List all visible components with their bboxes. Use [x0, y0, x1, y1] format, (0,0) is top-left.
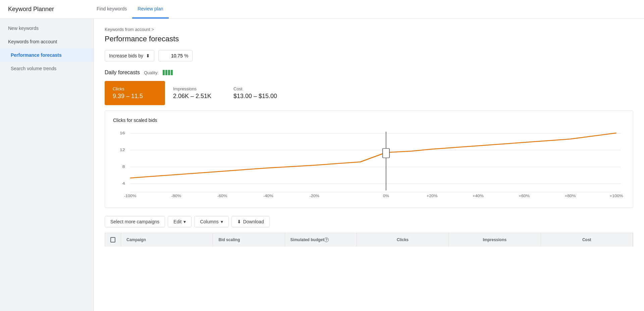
- svg-text:16: 16: [120, 131, 125, 135]
- layout: New keywords Keywords from account Perfo…: [0, 19, 644, 311]
- chart-title: Clicks for scaled bids: [113, 118, 625, 123]
- svg-text:+80%: +80%: [565, 194, 576, 197]
- forecast-card-impressions-label: Impressions: [173, 86, 217, 91]
- svg-text:-80%: -80%: [171, 194, 181, 197]
- quality-bar-3: [168, 70, 170, 75]
- bid-control: Increase bids by ⬍ %: [105, 50, 633, 61]
- svg-text:4: 4: [122, 181, 125, 185]
- daily-forecasts-header: Daily forecasts Quality:: [105, 70, 633, 76]
- columns-button[interactable]: Columns ▾: [194, 216, 228, 227]
- page-title: Performance forecasts: [105, 35, 633, 43]
- edit-label: Edit: [173, 219, 181, 224]
- quality-bar-2: [165, 70, 167, 75]
- app-title: Keyword Planner: [8, 6, 75, 13]
- download-button[interactable]: ⬇ Download: [231, 216, 270, 227]
- svg-text:+60%: +60%: [519, 194, 530, 197]
- quality-bars: [163, 70, 173, 75]
- svg-text:-20%: -20%: [309, 194, 319, 197]
- chevron-down-icon: ▾: [183, 219, 186, 224]
- daily-forecasts-title: Daily forecasts: [105, 70, 140, 76]
- table-header-bid-scaling: Bid scaling: [213, 233, 285, 247]
- quality-bar-1: [163, 70, 165, 75]
- select-all-checkbox[interactable]: [110, 237, 115, 242]
- forecast-card-cost-label: Cost: [233, 86, 278, 91]
- svg-text:+40%: +40%: [473, 194, 484, 197]
- sidebar-item-search-volume-trends[interactable]: Search volume trends: [0, 62, 94, 75]
- forecast-card-impressions-value: 2.06K – 2.51K: [173, 93, 217, 100]
- svg-text:8: 8: [122, 165, 125, 169]
- chart-container: Clicks for scaled bids 16 12 8 4: [105, 110, 633, 208]
- chevron-up-down-icon: ⬍: [146, 53, 150, 58]
- table-header-campaign: Campaign: [121, 233, 213, 247]
- table-header-simulated-budget: Simulated budget ?: [285, 233, 357, 247]
- bid-select-dropdown[interactable]: Increase bids by ⬍: [105, 50, 154, 61]
- table-header-impressions: Impressions: [449, 233, 541, 247]
- chart-svg: 16 12 8 4 -100% -80% -60% -4: [113, 128, 625, 202]
- columns-chevron-icon: ▾: [221, 219, 223, 224]
- breadcrumb: Keywords from account >: [105, 27, 633, 32]
- action-bar: Select more campaigns Edit ▾ Columns ▾ ⬇…: [105, 216, 633, 227]
- quality-label: Quality:: [144, 70, 159, 75]
- table-header-clicks: Clicks: [357, 233, 449, 247]
- columns-label: Columns: [200, 219, 218, 224]
- download-icon: ⬇: [237, 219, 241, 224]
- forecast-card-cost-value: $13.00 – $15.00: [233, 93, 278, 100]
- quality-bar-4: [171, 70, 173, 75]
- sidebar-item-new-keywords[interactable]: New keywords: [0, 21, 94, 35]
- edit-button[interactable]: Edit ▾: [168, 216, 192, 227]
- breadcrumb-text: Keywords from account >: [105, 27, 154, 32]
- sidebar: New keywords Keywords from account Perfo…: [0, 19, 94, 311]
- download-label: Download: [243, 219, 264, 224]
- select-campaigns-button[interactable]: Select more campaigns: [105, 216, 165, 227]
- sidebar-item-keywords-from-account[interactable]: Keywords from account: [0, 35, 94, 48]
- simulated-budget-info-icon[interactable]: ?: [324, 237, 329, 242]
- forecast-cards: Clicks 9.39 – 11.5 Impressions 2.06K – 2…: [105, 81, 633, 105]
- svg-text:-40%: -40%: [263, 194, 273, 197]
- bid-input[interactable]: [163, 53, 183, 58]
- forecast-card-clicks-label: Clicks: [113, 86, 157, 91]
- table-header-checkbox: [105, 233, 121, 247]
- forecast-card-clicks-value: 9.39 – 11.5: [113, 93, 157, 100]
- nav-tabs: Find keywords Review plan: [91, 0, 169, 18]
- svg-text:+20%: +20%: [427, 194, 438, 197]
- tab-find-keywords[interactable]: Find keywords: [91, 0, 132, 18]
- main-content: Keywords from account > Performance fore…: [94, 19, 644, 311]
- svg-text:12: 12: [120, 148, 125, 152]
- forecast-card-clicks[interactable]: Clicks 9.39 – 11.5: [105, 81, 165, 105]
- table-header-row: Campaign Bid scaling Simulated budget ? …: [105, 233, 633, 247]
- bid-unit: %: [184, 53, 188, 58]
- tab-review-plan[interactable]: Review plan: [132, 0, 168, 18]
- svg-rect-21: [383, 148, 389, 158]
- table-header-cost: Cost: [541, 233, 633, 247]
- chart-area: 16 12 8 4 -100% -80% -60% -4: [113, 128, 625, 202]
- bid-input-container: %: [158, 50, 193, 61]
- bid-select-label: Increase bids by: [109, 53, 143, 58]
- select-campaigns-label: Select more campaigns: [110, 219, 159, 224]
- forecast-card-cost[interactable]: Cost $13.00 – $15.00: [225, 81, 286, 105]
- svg-text:-60%: -60%: [217, 194, 227, 197]
- sidebar-item-performance-forecasts[interactable]: Performance forecasts: [0, 48, 94, 62]
- svg-text:+100%: +100%: [610, 194, 623, 197]
- top-nav: Keyword Planner Find keywords Review pla…: [0, 0, 644, 19]
- svg-text:0%: 0%: [383, 194, 389, 197]
- svg-text:-100%: -100%: [124, 194, 137, 197]
- forecast-card-impressions[interactable]: Impressions 2.06K – 2.51K: [165, 81, 225, 105]
